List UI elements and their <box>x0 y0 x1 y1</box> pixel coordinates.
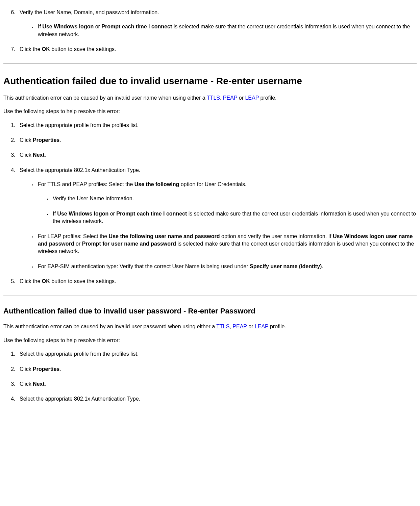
steps-invalid-password: Select the appropriate profile from the … <box>3 350 417 403</box>
s1-step-3: Click Next. <box>17 151 417 159</box>
s2-step-2: Click Properties. <box>17 365 417 373</box>
s1-step-4-sub-1-text: For TTLS and PEAP profiles: Select the U… <box>38 181 246 187</box>
step-6: Verify the User Name, Domain, and passwo… <box>17 9 417 38</box>
s1-step-4-sub-1-sub: Verify the User Name information. If Use… <box>38 195 417 225</box>
step-6-text: Verify the User Name, Domain, and passwo… <box>20 9 159 15</box>
s1-step-4-sub-2: For LEAP profiles: Select the Use the fo… <box>36 233 417 255</box>
step-6-sub-1: If Use Windows logon or Prompt each time… <box>36 23 417 38</box>
s1-step-4-sub-3: For EAP-SIM authentication type: Verify … <box>36 263 417 270</box>
step-6-sublist: If Use Windows logon or Prompt each time… <box>20 23 417 38</box>
s1-step-4-sub: For TTLS and PEAP profiles: Select the U… <box>20 181 417 270</box>
s1-step-4-sub-1-a: Verify the User Name information. <box>51 195 417 202</box>
peap-link[interactable]: PEAP <box>232 324 247 329</box>
leap-link[interactable]: LEAP <box>245 95 259 101</box>
step-7: Click the OK button to save the settings… <box>17 46 417 53</box>
resolve-intro-1: Use the following steps to help resolve … <box>3 108 417 115</box>
resolve-intro-2: Use the following steps to help resolve … <box>3 337 417 344</box>
divider-thin <box>3 296 417 296</box>
s1-step-2: Click Properties. <box>17 136 417 144</box>
s1-step-4-sub-1: For TTLS and PEAP profiles: Select the U… <box>36 181 417 225</box>
divider <box>3 64 417 64</box>
s1-step-4: Select the appropriate 802.1x Authentica… <box>17 167 417 271</box>
s1-step-5: Click the OK button to save the settings… <box>17 278 417 285</box>
leap-link[interactable]: LEAP <box>255 324 269 329</box>
s2-step-3: Click Next. <box>17 380 417 388</box>
steps-continuation-list: Verify the User Name, Domain, and passwo… <box>3 9 417 53</box>
heading-invalid-username: Authentication failed due to invalid use… <box>3 74 417 87</box>
s1-step-1: Select the appropriate profile from the … <box>17 122 417 129</box>
steps-invalid-username: Select the appropriate profile from the … <box>3 122 417 285</box>
ttls-link[interactable]: TTLS <box>207 95 220 101</box>
s1-step-4-text: Select the appropriate 802.1x Authentica… <box>20 167 140 173</box>
heading-invalid-password: Authentication failed due to invalid use… <box>3 306 417 317</box>
s1-step-4-sub-1-b: If Use Windows logon or Prompt each time… <box>51 210 417 225</box>
peap-link[interactable]: PEAP <box>223 95 237 101</box>
ttls-link[interactable]: TTLS <box>216 324 229 329</box>
intro-invalid-username: This authentication error can be caused … <box>3 94 417 102</box>
intro-invalid-password: This authentication error can be caused … <box>3 323 417 330</box>
s2-step-4: Select the appropriate 802.1x Authentica… <box>17 395 417 403</box>
s2-step-1: Select the appropriate profile from the … <box>17 350 417 358</box>
